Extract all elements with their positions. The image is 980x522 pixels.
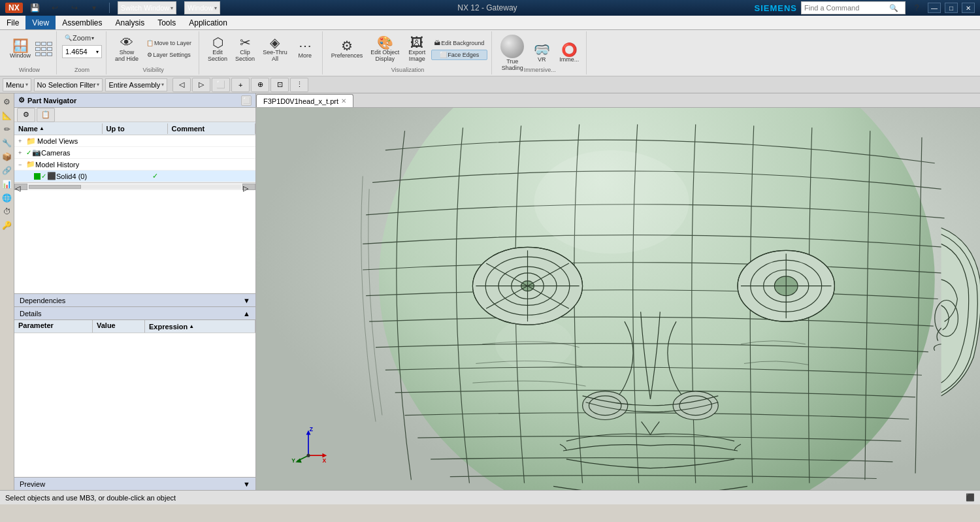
face-edges-button[interactable]: ⬜ Face Edges — [431, 50, 487, 60]
visualization-group: ⚙ Preferences 🎨 Edit ObjectDisplay 🖼 Exp… — [324, 31, 493, 74]
window-menu-button[interactable]: Window ▾ — [184, 1, 220, 14]
tb-customize-button[interactable]: ▾ — [87, 1, 101, 15]
tb-small-3[interactable]: ⬜ — [212, 78, 230, 92]
edit-section-button[interactable]: ⬡ EditSection — [204, 34, 231, 65]
edit-background-button[interactable]: 🏔 Edit Background — [431, 38, 487, 48]
minimize-button[interactable]: — — [928, 3, 941, 13]
details-empty — [14, 333, 255, 464]
expression-col-header[interactable]: Expression ▲ — [145, 320, 255, 333]
close-button[interactable]: ✕ — [962, 3, 975, 13]
menu-dropdown[interactable]: Menu ▾ — [3, 78, 31, 91]
comment-column-header[interactable]: Comment — [168, 123, 256, 134]
undo-button[interactable]: ↩ — [48, 1, 62, 15]
tb-small-6[interactable]: ⊡ — [270, 78, 289, 92]
expand-icon-model-history[interactable]: − — [18, 161, 26, 168]
zoom-arrow: ▾ — [91, 35, 94, 41]
zoom-input[interactable] — [65, 48, 95, 56]
sidebar-icon-6[interactable]: 🔗 — [1, 165, 13, 176]
switch-window-button[interactable]: Switch Window ▾ — [118, 1, 177, 14]
clip-section-button[interactable]: ✂ ClipSection — [232, 34, 258, 65]
export-image-button[interactable]: 🖼 ExportImage — [404, 34, 430, 65]
sidebar-icon-4[interactable]: 🔧 — [1, 137, 13, 149]
sidebar-icon-5[interactable]: 📦 — [1, 151, 13, 163]
menu-application[interactable]: Application — [182, 16, 234, 29]
tb-small-1[interactable]: ◁ — [172, 78, 191, 92]
vr-button[interactable]: 🥽 VR — [529, 41, 555, 65]
sidebar-icon-1[interactable]: ⚙ — [1, 96, 13, 108]
navigator-bottom: Dependencies ▼ Details ▲ Parameter Value… — [14, 293, 255, 490]
sidebar-icon-10[interactable]: 🔑 — [1, 220, 13, 231]
tb-small-2[interactable]: ▷ — [192, 78, 210, 92]
dependencies-collapse-icon: ▼ — [243, 297, 250, 304]
show-hide-button[interactable]: 👁 Showand Hide — [112, 34, 142, 65]
expand-icon-cameras[interactable]: + — [18, 150, 26, 156]
edit-object-display-button[interactable]: 🎨 Edit ObjectDisplay — [367, 34, 402, 65]
sidebar-icon-9[interactable]: ⏱ — [1, 206, 13, 218]
solid4-body-icon: ⬛ — [47, 172, 56, 180]
nav-tb-1[interactable]: ⚙ — [17, 108, 35, 122]
viewport-tab-head[interactable]: F3P1D0V1head_x_t.prt ✕ — [256, 94, 353, 107]
svg-point-30 — [306, 454, 310, 457]
menu-file[interactable]: File — [0, 16, 25, 29]
sidebar-icon-3[interactable]: ✏ — [1, 123, 13, 135]
face-edges-icon: ⬜ — [440, 52, 447, 58]
sidebar-icon-2[interactable]: 📐 — [1, 110, 13, 122]
window-button[interactable]: 🪟 Window — [7, 37, 34, 61]
true-shading-icon — [500, 35, 524, 58]
tb-small-7[interactable]: ⋮ — [290, 78, 308, 92]
immersive-button[interactable]: ⭕ Imme... — [556, 41, 582, 65]
more-button[interactable]: ⋯ More — [292, 37, 318, 61]
tree-row-cameras[interactable]: + ✓ 📷 Cameras — [14, 147, 255, 159]
help-button[interactable]: ? — [909, 1, 924, 15]
sidebar-icon-8[interactable]: 🌐 — [1, 192, 13, 204]
zoom-value-box[interactable]: ▾ — [62, 45, 102, 58]
navigator-maximize-button[interactable]: ⬜ — [241, 95, 252, 106]
show-hide-icon: 👁 — [120, 36, 133, 49]
layer-settings-icon: ⚙ — [147, 52, 152, 58]
find-command-input[interactable] — [804, 4, 889, 12]
nav-tb-2[interactable]: 📋 — [37, 108, 55, 122]
find-command-box[interactable]: 🔍 — [801, 1, 906, 14]
selection-filter-dropdown[interactable]: No Selection Filter ▾ — [34, 78, 103, 91]
preferences-button[interactable]: ⚙ Preferences — [328, 37, 367, 61]
dependencies-header[interactable]: Dependencies ▼ — [14, 294, 255, 307]
show-hide-label: Showand Hide — [115, 50, 139, 63]
tree-row-model-history[interactable]: − 📁 Model History — [14, 159, 255, 171]
sidebar-icon-7[interactable]: 📊 — [1, 178, 13, 190]
scroll-left-btn[interactable]: ◁ — [14, 184, 27, 190]
assembly-dropdown[interactable]: Entire Assembly ▾ — [105, 78, 167, 91]
window-label: Window — [10, 53, 31, 59]
tree-row-solid4[interactable]: ✓ ⬛ Solid4 (0) ✓ — [14, 171, 255, 182]
layer-settings-button[interactable]: ⚙ Layer Settings — [143, 50, 195, 60]
tb-small-4[interactable]: + — [231, 78, 250, 92]
tab-close-button[interactable]: ✕ — [341, 97, 346, 105]
value-col-header[interactable]: Value — [93, 320, 145, 333]
menu-view[interactable]: View — [25, 16, 56, 29]
dependencies-label: Dependencies — [20, 297, 65, 304]
redo-button[interactable]: ↪ — [67, 1, 82, 15]
menu-assemblies[interactable]: Assemblies — [56, 16, 108, 29]
tree-row-model-views[interactable]: + 📁 Model Views — [14, 135, 255, 147]
expand-icon-model-views[interactable]: + — [18, 138, 26, 144]
zoom-button[interactable]: 🔍 Zoom ▾ — [62, 33, 97, 43]
scroll-right-btn[interactable]: ▷ — [242, 184, 255, 190]
menu-analysis[interactable]: Analysis — [109, 16, 152, 29]
preview-header[interactable]: Preview ▼ — [14, 477, 255, 490]
window-grids — [35, 42, 52, 56]
grid-3 — [35, 52, 52, 56]
svg-text:Z: Z — [310, 426, 313, 432]
tb-small-5[interactable]: ⊕ — [251, 78, 269, 92]
nav-scrollbar[interactable]: ◁ ▷ — [14, 182, 255, 190]
uptodate-col-label: Up to — [106, 125, 125, 133]
window-group-label: Window — [3, 67, 56, 73]
maximize-button[interactable]: □ — [945, 3, 958, 13]
details-header[interactable]: Details ▲ — [14, 307, 255, 320]
see-thru-button[interactable]: ◈ See-ThruAll — [259, 34, 291, 65]
name-column-header[interactable]: Name ▲ — [14, 123, 103, 134]
uptodate-column-header[interactable]: Up to — [103, 123, 168, 134]
menu-tools[interactable]: Tools — [151, 16, 182, 29]
save-button[interactable]: 💾 — [28, 1, 42, 15]
viewport-canvas[interactable]: Z X Y — [256, 108, 980, 490]
move-to-layer-button[interactable]: 📋 Move to Layer — [143, 38, 195, 48]
parameter-col-header[interactable]: Parameter — [14, 320, 93, 333]
